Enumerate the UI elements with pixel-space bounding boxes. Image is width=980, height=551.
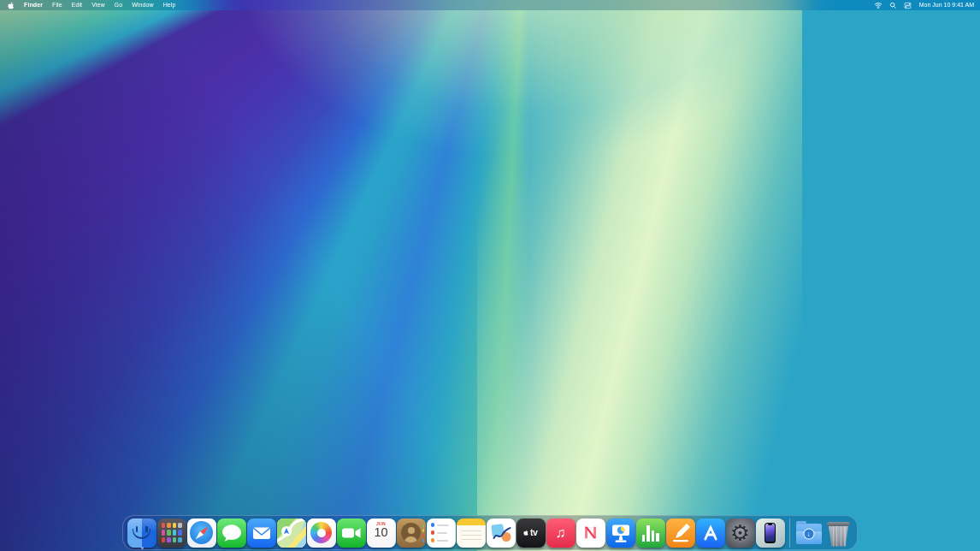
map-icon <box>277 518 306 548</box>
wifi-icon[interactable] <box>871 2 886 9</box>
music-note-icon: ♫ <box>556 526 566 540</box>
safari-needle <box>187 518 216 548</box>
dock-icon-numbers[interactable] <box>636 518 665 548</box>
dock-icon-iphone-mirroring[interactable] <box>756 518 785 548</box>
menu-bar-clock[interactable]: Mon Jun 10 9:41 AM <box>915 0 980 10</box>
menu-file[interactable]: File <box>48 0 68 10</box>
spotlight-search-icon[interactable] <box>886 2 900 9</box>
wallpaper-vignette <box>0 0 980 551</box>
dock-icon-messages[interactable] <box>217 518 246 548</box>
dock-icon-finder[interactable] <box>127 518 156 548</box>
dock-icon-freeform[interactable] <box>487 518 516 548</box>
reminder-dot-orange <box>431 538 435 542</box>
finder-running-indicator <box>141 547 144 549</box>
numbers-bar-chart <box>642 525 659 542</box>
dock-icon-reminders[interactable] <box>427 518 456 548</box>
video-camera-icon <box>337 518 366 548</box>
dock-icon-photos[interactable] <box>307 518 336 548</box>
iphone-screen <box>765 524 774 542</box>
control-center-icon[interactable] <box>900 2 915 9</box>
freeform-shapes <box>487 518 516 548</box>
dock-icon-safari[interactable] <box>187 518 216 548</box>
contacts-tabs <box>422 524 425 543</box>
dock-icon-keynote[interactable] <box>606 518 635 548</box>
apple-logo-icon <box>523 530 528 536</box>
dock-icon-calendar[interactable]: JUN 10 <box>367 518 396 548</box>
trash-rim <box>827 522 850 526</box>
calendar-day-label: 10 <box>374 526 387 539</box>
apple-menu[interactable] <box>0 2 20 9</box>
contacts-silhouette <box>401 523 421 542</box>
news-n-icon <box>582 524 599 541</box>
dock-icon-system-settings[interactable]: ⚙ <box>726 518 755 548</box>
menu-bar-right: Mon Jun 10 9:41 AM <box>871 0 980 10</box>
menu-bar-left: Finder File Edit View Go Window Help <box>0 0 180 10</box>
menu-help[interactable]: Help <box>158 0 180 10</box>
reminder-dot-blue <box>431 523 435 527</box>
dock-icon-contacts[interactable] <box>397 518 426 548</box>
dock-icon-music[interactable]: ♫ <box>546 518 576 548</box>
dock: JUN 10 tv ♫ <box>122 515 858 550</box>
dock-icon-facetime[interactable] <box>337 518 366 548</box>
dock-icon-downloads[interactable]: ↓ <box>794 518 824 548</box>
apple-logo-icon <box>8 2 15 9</box>
pages-pen <box>666 518 695 548</box>
dock-icon-notes[interactable] <box>457 518 486 548</box>
dock-icon-maps[interactable] <box>277 518 306 548</box>
download-badge: ↓ <box>803 529 814 540</box>
finder-smile <box>133 529 151 539</box>
dock-icon-pages[interactable] <box>666 518 695 548</box>
dock-icon-mail[interactable] <box>247 518 276 548</box>
menu-window[interactable]: Window <box>127 0 159 10</box>
tv-label: tv <box>530 528 538 537</box>
dock-icon-news[interactable] <box>576 518 605 548</box>
menu-finder[interactable]: Finder <box>20 0 48 10</box>
menu-edit[interactable]: Edit <box>67 0 86 10</box>
envelope-icon <box>247 518 276 548</box>
dock-icon-app-store[interactable] <box>696 518 725 548</box>
trash-body <box>829 525 848 547</box>
photos-pinwheel <box>310 522 332 543</box>
dock-icon-tv[interactable]: tv <box>517 518 546 548</box>
gear-icon: ⚙ <box>730 522 750 544</box>
speech-bubble-icon <box>217 518 246 548</box>
menu-bar: Finder File Edit View Go Window Help Mon… <box>0 0 980 10</box>
dock-icon-trash[interactable] <box>824 518 853 548</box>
download-arrow-icon: ↓ <box>807 530 811 537</box>
app-store-a-icon <box>696 518 725 548</box>
desktop-wallpaper[interactable] <box>0 0 980 551</box>
dock-separator[interactable] <box>789 518 790 548</box>
iphone-outline <box>765 523 776 543</box>
menu-view[interactable]: View <box>87 0 109 10</box>
menu-go[interactable]: Go <box>109 0 127 10</box>
dock-icon-launchpad[interactable] <box>157 518 186 548</box>
keynote-podium <box>606 518 635 548</box>
reminder-dot-red <box>431 530 435 535</box>
